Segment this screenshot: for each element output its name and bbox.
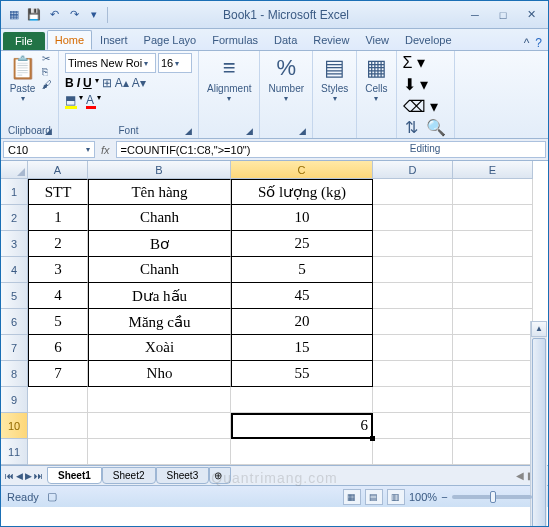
- cell-e4[interactable]: [453, 257, 533, 283]
- cell-d5[interactable]: [373, 283, 453, 309]
- cell-a2[interactable]: 1: [28, 205, 88, 231]
- cell-b7[interactable]: Xoài: [88, 335, 231, 361]
- row-header-2[interactable]: 2: [1, 205, 28, 231]
- cell-e9[interactable]: [453, 387, 533, 413]
- row-header-8[interactable]: 8: [1, 361, 28, 387]
- font-size-dropdown[interactable]: 16▾: [158, 53, 192, 73]
- cell-d1[interactable]: [373, 179, 453, 205]
- font-color-button[interactable]: A: [86, 93, 94, 107]
- alignment-dialog-icon[interactable]: ◢: [246, 126, 253, 136]
- tab-developer[interactable]: Develope: [397, 30, 459, 50]
- font-dialog-icon[interactable]: ◢: [185, 126, 192, 136]
- cut-icon[interactable]: ✂: [42, 53, 52, 64]
- zoom-level[interactable]: 100%: [409, 491, 437, 503]
- cell-a6[interactable]: 5: [28, 309, 88, 335]
- maximize-button[interactable]: □: [490, 6, 516, 24]
- sort-filter-button[interactable]: ⇅: [403, 116, 420, 141]
- zoom-slider[interactable]: [452, 495, 532, 499]
- cell-b4[interactable]: Chanh: [88, 257, 231, 283]
- row-header-3[interactable]: 3: [1, 231, 28, 257]
- tab-view[interactable]: View: [357, 30, 397, 50]
- cell-e11[interactable]: [453, 439, 533, 465]
- cell-c2[interactable]: 10: [231, 205, 373, 231]
- name-box[interactable]: C10▾: [3, 141, 95, 158]
- cell-c11[interactable]: [231, 439, 373, 465]
- horizontal-scroll[interactable]: ◀ ▮ ▶: [231, 470, 548, 481]
- grow-font-icon[interactable]: A▴: [115, 76, 129, 90]
- cell-d2[interactable]: [373, 205, 453, 231]
- cell-e8[interactable]: [453, 361, 533, 387]
- row-header-11[interactable]: 11: [1, 439, 28, 465]
- cell-b1[interactable]: Tên hàng: [88, 179, 231, 205]
- cell-d10[interactable]: [373, 413, 453, 439]
- alignment-button[interactable]: ≡Alignment▾: [205, 53, 253, 105]
- cell-c4[interactable]: 5: [231, 257, 373, 283]
- redo-icon[interactable]: ↷: [65, 6, 83, 24]
- cell-e6[interactable]: [453, 309, 533, 335]
- cell-e1[interactable]: [453, 179, 533, 205]
- cell-a3[interactable]: 2: [28, 231, 88, 257]
- save-icon[interactable]: 💾: [25, 6, 43, 24]
- cell-b2[interactable]: Chanh: [88, 205, 231, 231]
- cell-e3[interactable]: [453, 231, 533, 257]
- col-header-b[interactable]: B: [88, 161, 231, 179]
- shrink-font-icon[interactable]: A▾: [132, 76, 146, 90]
- fx-icon[interactable]: fx: [101, 144, 110, 156]
- row-header-5[interactable]: 5: [1, 283, 28, 309]
- sheet-nav-last-icon[interactable]: ⏭: [34, 471, 43, 481]
- scroll-up-button[interactable]: ▲: [531, 321, 547, 337]
- zoom-out-button[interactable]: −: [441, 491, 447, 503]
- clipboard-dialog-icon[interactable]: ◢: [45, 126, 52, 136]
- paste-button[interactable]: 📋 Paste ▾: [7, 53, 38, 105]
- macro-record-icon[interactable]: ▢: [47, 490, 57, 503]
- cell-a10[interactable]: [28, 413, 88, 439]
- row-header-4[interactable]: 4: [1, 257, 28, 283]
- cell-a5[interactable]: 4: [28, 283, 88, 309]
- insert-sheet-button[interactable]: ⊕: [209, 467, 231, 484]
- sheet-nav-first-icon[interactable]: ⏮: [5, 471, 14, 481]
- view-normal-button[interactable]: ▦: [343, 489, 361, 505]
- cell-d7[interactable]: [373, 335, 453, 361]
- minimize-button[interactable]: ─: [462, 6, 488, 24]
- clear-icon[interactable]: ⌫ ▾: [403, 97, 438, 116]
- bold-button[interactable]: B: [65, 76, 74, 90]
- sheet-tab-2[interactable]: Sheet2: [102, 467, 156, 484]
- italic-button[interactable]: I: [77, 76, 80, 90]
- sheet-tab-1[interactable]: Sheet1: [47, 467, 102, 484]
- close-button[interactable]: ✕: [518, 6, 544, 24]
- tab-page-layout[interactable]: Page Layo: [136, 30, 205, 50]
- cell-d4[interactable]: [373, 257, 453, 283]
- sheet-nav-prev-icon[interactable]: ◀: [16, 471, 23, 481]
- cell-a4[interactable]: 3: [28, 257, 88, 283]
- row-header-1[interactable]: 1: [1, 179, 28, 205]
- cell-b8[interactable]: Nho: [88, 361, 231, 387]
- autosum-icon[interactable]: Σ ▾: [403, 53, 425, 72]
- tab-review[interactable]: Review: [305, 30, 357, 50]
- row-header-6[interactable]: 6: [1, 309, 28, 335]
- cell-d8[interactable]: [373, 361, 453, 387]
- cell-c7[interactable]: 15: [231, 335, 373, 361]
- tab-formulas[interactable]: Formulas: [204, 30, 266, 50]
- cell-d11[interactable]: [373, 439, 453, 465]
- sheet-nav-next-icon[interactable]: ▶: [25, 471, 32, 481]
- cell-a1[interactable]: STT: [28, 179, 88, 205]
- number-button[interactable]: %Number▾: [266, 53, 306, 105]
- cell-c9[interactable]: [231, 387, 373, 413]
- cell-b9[interactable]: [88, 387, 231, 413]
- tab-file[interactable]: File: [3, 32, 45, 50]
- fill-icon[interactable]: ⬇ ▾: [403, 75, 428, 94]
- cell-b5[interactable]: Dưa hấu: [88, 283, 231, 309]
- cell-d6[interactable]: [373, 309, 453, 335]
- border-button[interactable]: ⊞: [102, 76, 112, 90]
- scroll-thumb[interactable]: [532, 338, 546, 527]
- format-painter-icon[interactable]: 🖌: [42, 79, 52, 90]
- font-name-dropdown[interactable]: Times New Roi▾: [65, 53, 156, 73]
- copy-icon[interactable]: ⎘: [42, 66, 52, 77]
- formula-input[interactable]: =COUNTIF(C1:C8,">=10"): [116, 141, 546, 158]
- select-all-corner[interactable]: [1, 161, 28, 179]
- tab-insert[interactable]: Insert: [92, 30, 136, 50]
- cell-c3[interactable]: 25: [231, 231, 373, 257]
- cell-b10[interactable]: [88, 413, 231, 439]
- cell-e10[interactable]: [453, 413, 533, 439]
- cell-e7[interactable]: [453, 335, 533, 361]
